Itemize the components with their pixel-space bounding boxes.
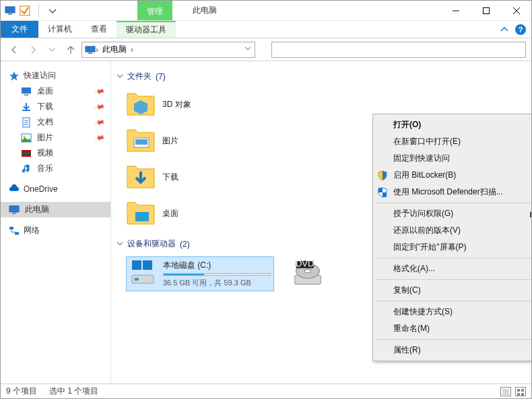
- document-icon: [21, 117, 32, 128]
- menu-label: 启用 BitLocker(B): [393, 170, 456, 181]
- sidebar-item-label: 音乐: [37, 163, 53, 174]
- maximize-button[interactable]: [471, 1, 501, 20]
- sidebar-item-desktop[interactable]: 桌面 📌: [1, 83, 110, 99]
- folder-label: 桌面: [162, 208, 178, 219]
- folder-3d-objects[interactable]: 3D 对象: [126, 89, 267, 120]
- search-input[interactable]: [271, 42, 526, 58]
- folder-label: 下载: [162, 172, 178, 183]
- menu-defender-scan[interactable]: 使用 Microsoft Defender扫描...: [373, 184, 532, 201]
- menu-open-new-window[interactable]: 在新窗口中打开(E): [373, 133, 532, 150]
- sidebar-quick-access[interactable]: 快速访问: [1, 68, 110, 83]
- details-view-icon[interactable]: [500, 387, 511, 396]
- chevron-down-icon[interactable]: [47, 5, 58, 16]
- tab-file[interactable]: 文件: [1, 21, 38, 38]
- folder-icon: [126, 164, 156, 190]
- folder-desktop[interactable]: 桌面: [126, 198, 267, 229]
- ribbon-tabs: 文件 计算机 查看 驱动器工具 ?: [1, 21, 531, 38]
- menu-pin-start[interactable]: 固定到"开始"屏幕(P): [373, 239, 532, 256]
- drive-c[interactable]: 本地磁盘 (C:) 36.5 GB 可用，共 59.3 GB: [126, 256, 274, 291]
- quick-access-toolbar: [1, 1, 62, 20]
- address-dropdown-icon[interactable]: [244, 44, 252, 55]
- sidebar-onedrive[interactable]: OneDrive: [1, 182, 110, 196]
- video-icon: [21, 148, 32, 159]
- tiles-view-icon[interactable]: [515, 387, 526, 396]
- status-selected-count: 选中 1 个项目: [49, 386, 98, 397]
- cloud-icon: [9, 184, 20, 194]
- shield-icon: [377, 170, 388, 181]
- monitor-icon: [85, 46, 96, 54]
- menu-bitlocker[interactable]: 启用 BitLocker(B): [373, 167, 532, 184]
- menu-restore-versions[interactable]: 还原以前的版本(V): [373, 222, 532, 239]
- svg-rect-1: [8, 13, 12, 15]
- svg-rect-21: [9, 206, 19, 212]
- folder-icon: [126, 91, 156, 118]
- folder-downloads[interactable]: 下载: [126, 161, 267, 192]
- section-label: 文件夹: [127, 71, 152, 82]
- section-folders-header[interactable]: 文件夹 (7): [117, 68, 525, 85]
- chevron-down-icon: [117, 72, 123, 81]
- sidebar-this-pc[interactable]: 此电脑: [1, 202, 110, 217]
- nav-up-button[interactable]: [63, 42, 79, 58]
- sidebar-item-label: 文档: [37, 116, 53, 128]
- star-icon: [9, 71, 20, 81]
- sidebar-item-videos[interactable]: 视频: [1, 145, 110, 161]
- separator: [38, 3, 39, 18]
- section-count: (7): [156, 72, 166, 81]
- svg-rect-26: [135, 139, 147, 145]
- menu-format[interactable]: 格式化(A)...: [373, 260, 532, 277]
- collapse-ribbon-icon[interactable]: [499, 24, 510, 35]
- drive-capacity-fill: [164, 274, 204, 275]
- separator: [376, 279, 532, 280]
- address-bar[interactable]: › 此电脑 ›: [81, 42, 255, 58]
- menu-rename[interactable]: 重命名(M): [373, 320, 532, 337]
- svg-rect-24: [15, 232, 19, 235]
- drive-dvd[interactable]: DVD: [290, 256, 325, 289]
- nav-history-button[interactable]: [44, 42, 60, 58]
- status-bar: 9 个项目 选中 1 个项目: [1, 384, 531, 398]
- tab-drive-tools[interactable]: 驱动器工具: [117, 21, 176, 38]
- pin-icon: 📌: [94, 133, 105, 143]
- nav-forward-button[interactable]: [25, 42, 41, 58]
- menu-open[interactable]: 打开(O): [373, 116, 532, 133]
- svg-rect-19: [22, 150, 31, 151]
- sidebar-item-label: 网络: [24, 225, 40, 236]
- svg-rect-9: [22, 87, 31, 94]
- drive-capacity-bar: [163, 273, 271, 276]
- context-menu: 打开(O) 在新窗口中打开(E) 固定到快速访问 启用 BitLocker(B)…: [372, 114, 532, 361]
- sidebar-item-downloads[interactable]: 下载 📌: [1, 99, 110, 114]
- separator: [376, 301, 532, 301]
- svg-rect-10: [24, 94, 28, 96]
- breadcrumb[interactable]: 此电脑: [98, 44, 131, 55]
- sidebar-item-pictures[interactable]: 图片 📌: [1, 130, 110, 145]
- checkbox-icon[interactable]: [20, 5, 30, 16]
- chevron-right-icon[interactable]: ›: [131, 45, 133, 55]
- minimize-button[interactable]: [440, 1, 471, 20]
- tab-view[interactable]: 查看: [81, 21, 117, 38]
- menu-properties[interactable]: 属性(R): [373, 342, 532, 359]
- sidebar-network[interactable]: 网络: [1, 223, 110, 238]
- monitor-icon: [5, 5, 15, 16]
- separator: [376, 339, 532, 340]
- svg-rect-22: [12, 213, 16, 214]
- nav-back-button[interactable]: [6, 42, 22, 58]
- sidebar-item-label: OneDrive: [24, 184, 58, 194]
- section-label: 设备和驱动器: [127, 238, 176, 250]
- sidebar-item-documents[interactable]: 文档 📌: [1, 114, 110, 130]
- svg-rect-4: [483, 7, 489, 13]
- svg-rect-11: [22, 110, 30, 111]
- dvd-drive-icon: DVD: [290, 255, 325, 290]
- sidebar-item-music[interactable]: 音乐: [1, 161, 110, 176]
- menu-copy[interactable]: 复制(C): [373, 282, 532, 299]
- separator: [376, 203, 532, 203]
- folder-pictures[interactable]: 图片: [126, 125, 267, 156]
- tab-computer[interactable]: 计算机: [38, 21, 81, 38]
- sidebar-item-label: 桌面: [37, 85, 53, 97]
- menu-grant-access[interactable]: 授予访问权限(G) ▶: [373, 205, 532, 222]
- pin-icon: 📌: [94, 86, 105, 97]
- close-button[interactable]: [501, 1, 531, 20]
- menu-pin-quick-access[interactable]: 固定到快速访问: [373, 150, 532, 167]
- svg-rect-27: [135, 212, 149, 221]
- menu-create-shortcut[interactable]: 创建快捷方式(S): [373, 303, 532, 320]
- folder-label: 3D 对象: [162, 99, 191, 110]
- help-icon[interactable]: ?: [515, 24, 526, 35]
